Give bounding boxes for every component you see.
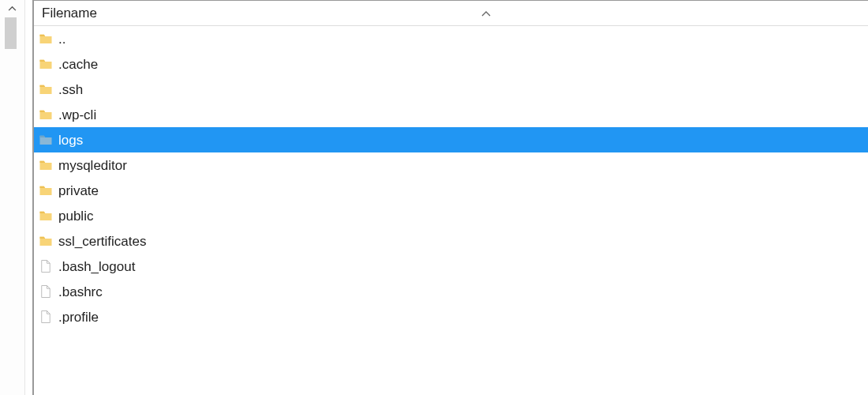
file-row[interactable]: logs bbox=[34, 127, 868, 152]
file-list-panel: Filename ...cache.ssh.wp-clilogsmysqledi… bbox=[33, 0, 868, 395]
file-name-label: .cache bbox=[58, 58, 98, 71]
folder-icon bbox=[39, 133, 53, 147]
file-name-label: .wp-cli bbox=[58, 108, 96, 122]
file-row[interactable]: .wp-cli bbox=[34, 102, 868, 127]
file-row[interactable]: .ssh bbox=[34, 77, 868, 102]
file-list: ...cache.ssh.wp-clilogsmysqleditorprivat… bbox=[34, 26, 868, 329]
file-name-label: private bbox=[58, 184, 99, 198]
sort-indicator bbox=[478, 10, 494, 17]
file-name-label: ssl_certificates bbox=[58, 235, 146, 248]
file-row[interactable]: .cache bbox=[34, 51, 868, 77]
column-header-row[interactable]: Filename bbox=[34, 1, 868, 26]
file-name-label: public bbox=[58, 209, 93, 223]
folder-icon bbox=[39, 158, 53, 172]
file-row[interactable]: mysqleditor bbox=[34, 152, 868, 178]
scroll-up-button[interactable] bbox=[0, 2, 24, 14]
file-name-label: .profile bbox=[58, 310, 99, 324]
scroll-thumb[interactable] bbox=[5, 17, 17, 49]
left-scrollbar[interactable] bbox=[0, 0, 25, 395]
file-row[interactable]: .. bbox=[34, 26, 868, 51]
file-row[interactable]: .profile bbox=[34, 304, 868, 329]
file-icon bbox=[39, 259, 53, 273]
file-name-label: .bash_logout bbox=[58, 260, 135, 273]
folder-icon bbox=[39, 234, 53, 248]
divider-panel bbox=[25, 0, 33, 395]
file-name-label: .. bbox=[58, 32, 65, 46]
folder-icon bbox=[39, 32, 53, 46]
column-header-filename[interactable]: Filename bbox=[34, 2, 105, 24]
file-panel: Filename ...cache.ssh.wp-clilogsmysqledi… bbox=[0, 0, 868, 395]
file-row[interactable]: .bash_logout bbox=[34, 254, 868, 279]
chevron-up-icon bbox=[8, 6, 17, 11]
file-row[interactable]: ssl_certificates bbox=[34, 228, 868, 254]
folder-icon bbox=[39, 183, 53, 198]
file-icon bbox=[39, 284, 53, 299]
folder-icon bbox=[39, 57, 53, 71]
folder-icon bbox=[39, 209, 53, 223]
file-row[interactable]: public bbox=[34, 203, 868, 228]
file-name-label: mysqleditor bbox=[58, 159, 127, 172]
chevron-up-icon bbox=[481, 10, 491, 17]
file-row[interactable]: .bashrc bbox=[34, 279, 868, 304]
file-name-label: logs bbox=[58, 134, 83, 147]
file-icon bbox=[39, 310, 53, 324]
file-row[interactable]: private bbox=[34, 178, 868, 203]
folder-icon bbox=[39, 107, 53, 122]
file-name-label: .ssh bbox=[58, 83, 83, 96]
folder-icon bbox=[39, 82, 53, 96]
file-name-label: .bashrc bbox=[58, 285, 103, 299]
